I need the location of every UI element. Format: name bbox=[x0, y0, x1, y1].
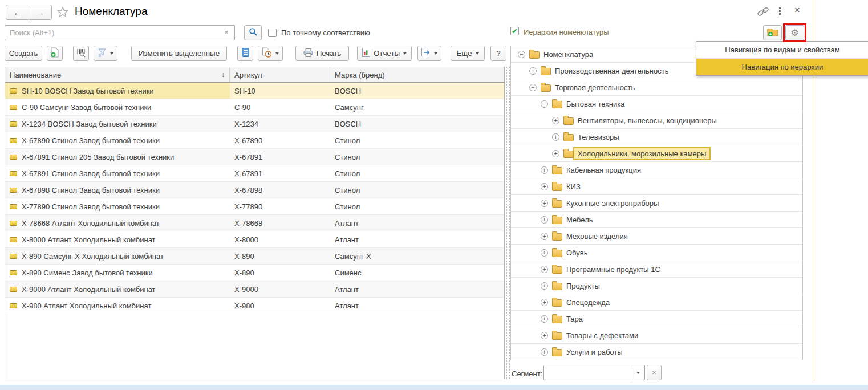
panel-splitter[interactable] bbox=[506, 67, 510, 379]
more-button[interactable]: Еще bbox=[451, 46, 485, 61]
cell-brand[interactable]: Атлант bbox=[330, 281, 504, 297]
cell-name[interactable]: Х-890 Самсунг-Х Холодильный комбинат bbox=[5, 248, 230, 264]
table-row[interactable]: Х-1234 BOSCH Завод бытовой техники Х-123… bbox=[5, 116, 504, 132]
cell-brand[interactable]: Стинол bbox=[330, 149, 504, 165]
cell-name[interactable]: Х-980 Атлант Холодильный комбинат bbox=[5, 298, 230, 314]
menu-item-navigation-by-hierarchy[interactable]: Навигация по иерархии bbox=[696, 59, 868, 75]
segment-input[interactable] bbox=[544, 365, 631, 380]
column-header-brand[interactable]: Марка (бренд) bbox=[330, 67, 504, 82]
expander-icon[interactable]: − bbox=[529, 84, 537, 91]
cell-article[interactable]: Х-1234 bbox=[230, 116, 330, 132]
print-button[interactable]: Печать bbox=[295, 46, 349, 61]
table-row[interactable]: SH-10 BOSCH Завод бытовой техники SH-10 … bbox=[5, 83, 504, 99]
hierarchy-checkbox[interactable]: ✔ bbox=[510, 27, 519, 35]
cell-brand[interactable]: Стинол bbox=[330, 132, 504, 148]
cell-name[interactable]: Х-67891 Стинол Завод бытовой техники bbox=[5, 165, 230, 181]
search-clear-icon[interactable]: × bbox=[224, 28, 229, 36]
table-row[interactable]: Х-77890 Стинол Завод бытовой техники Х-7… bbox=[5, 198, 504, 215]
expander-icon[interactable]: + bbox=[541, 348, 548, 356]
expander-icon[interactable]: + bbox=[541, 332, 548, 339]
cell-brand[interactable]: Стинол bbox=[330, 198, 504, 214]
history-button[interactable] bbox=[258, 46, 283, 61]
expander-icon[interactable]: + bbox=[552, 117, 559, 124]
cell-brand[interactable]: Атлант bbox=[330, 215, 504, 231]
cell-article[interactable]: Х-980 bbox=[230, 298, 330, 314]
table-row[interactable]: Х-890 Сименс Завод бытовой техники Х-890… bbox=[5, 265, 504, 281]
table-row[interactable]: Х-67890 Стинол Завод бытовой техники Х-6… bbox=[5, 132, 504, 149]
column-header-article[interactable]: Артикул bbox=[230, 67, 330, 82]
search-button[interactable] bbox=[244, 25, 262, 40]
window-menu-kebab-icon[interactable] bbox=[779, 7, 781, 15]
cell-name[interactable]: Х-67890 Стинол Завод бытовой техники bbox=[5, 132, 230, 148]
export-button[interactable] bbox=[417, 46, 441, 61]
tree-item[interactable]: + Товары с дефектами bbox=[511, 327, 802, 344]
expander-icon[interactable]: + bbox=[541, 249, 548, 257]
segment-clear-button[interactable]: × bbox=[647, 365, 662, 380]
cell-article[interactable]: Х-67891 bbox=[230, 165, 330, 181]
cell-article[interactable]: Х-67898 bbox=[230, 182, 330, 198]
expander-icon[interactable]: + bbox=[552, 133, 559, 141]
cell-name[interactable]: SH-10 BOSCH Завод бытовой техники bbox=[5, 83, 230, 99]
table-row[interactable]: Х-890 Самсунг-Х Холодильный комбинат Х-8… bbox=[5, 248, 504, 265]
edit-selected-button[interactable]: Изменить выделенные bbox=[131, 46, 227, 61]
expander-icon[interactable]: − bbox=[518, 51, 525, 58]
get-link-icon[interactable] bbox=[757, 7, 769, 18]
help-button[interactable]: ? bbox=[490, 46, 506, 61]
expander-icon[interactable]: + bbox=[541, 183, 548, 190]
expander-icon[interactable]: + bbox=[541, 266, 548, 273]
nav-forward-button[interactable]: → bbox=[29, 5, 52, 20]
cell-name[interactable]: Х-77890 Стинол Завод бытовой техники bbox=[5, 198, 230, 214]
cell-name[interactable]: Х-890 Сименс Завод бытовой техники bbox=[5, 265, 230, 281]
table-row[interactable]: С-90 Самсунг Завод бытовой техники С-90 … bbox=[5, 99, 504, 116]
cell-article[interactable]: Х-67891 bbox=[230, 149, 330, 165]
cell-article[interactable]: Х-9000 bbox=[230, 281, 330, 297]
create-group-button[interactable] bbox=[47, 46, 63, 61]
tree-item[interactable]: − Бытовая техника bbox=[511, 96, 802, 112]
expander-icon[interactable]: + bbox=[541, 299, 548, 306]
expander-icon[interactable]: + bbox=[529, 67, 537, 75]
table-row[interactable]: Х-67891 Стинол 205 Завод бытовой техники… bbox=[5, 149, 504, 165]
tree-item[interactable]: + Холодильники, морозильные камеры bbox=[511, 145, 802, 162]
tree-item[interactable]: + Мебель bbox=[511, 212, 802, 228]
favorite-star-icon[interactable] bbox=[56, 6, 69, 20]
create-button[interactable]: Создать bbox=[5, 46, 42, 61]
tree-item[interactable]: − Торговая деятельность bbox=[511, 79, 802, 96]
expander-icon[interactable]: + bbox=[541, 233, 548, 240]
table-row[interactable]: Х-67891 Стинол Завод бытовой техники Х-6… bbox=[5, 165, 504, 182]
cell-name[interactable]: Х-78668 Атлант Холодильный комбинат bbox=[5, 215, 230, 231]
cell-name[interactable]: Х-9000 Атлант Холодильный комбинат bbox=[5, 281, 230, 297]
expander-icon[interactable]: + bbox=[541, 315, 548, 323]
cell-brand[interactable]: Атлант bbox=[330, 298, 504, 314]
cell-name[interactable]: Х-67898 Стинол Завод бытовой техники bbox=[5, 182, 230, 198]
column-header-name[interactable]: Наименование ↓ bbox=[5, 67, 230, 82]
settings-gear-button[interactable]: ⚙ bbox=[785, 25, 804, 40]
cell-brand[interactable]: BOSCH bbox=[330, 116, 504, 132]
table-row[interactable]: Х-78668 Атлант Холодильный комбинат Х-78… bbox=[5, 215, 504, 231]
tree-item[interactable]: + Меховые изделия bbox=[511, 228, 802, 245]
tree-item[interactable]: + Обувь bbox=[511, 245, 802, 261]
expander-icon[interactable]: + bbox=[541, 282, 548, 290]
table-row[interactable]: Х-8000 Атлант Холодильный комбинат Х-800… bbox=[5, 231, 504, 248]
table-row[interactable]: Х-9000 Атлант Холодильный комбинат Х-900… bbox=[5, 281, 504, 298]
reports-button[interactable]: Отчеты bbox=[357, 46, 412, 61]
barcode-scan-button[interactable] bbox=[73, 46, 89, 61]
table-row[interactable]: Х-980 Атлант Холодильный комбинат Х-980 … bbox=[5, 298, 504, 314]
list-settings-button[interactable] bbox=[237, 46, 253, 61]
tree-item[interactable]: + КИЗ bbox=[511, 178, 802, 195]
segment-dropdown-button[interactable] bbox=[631, 365, 644, 380]
cell-article[interactable]: Х-67890 bbox=[230, 132, 330, 148]
cell-article[interactable]: Х-890 bbox=[230, 265, 330, 281]
exact-match-checkbox[interactable] bbox=[268, 29, 277, 37]
expander-icon[interactable]: + bbox=[541, 166, 548, 174]
tree-item[interactable]: + Вентиляторы, пылесосы, кондиционеры bbox=[511, 112, 802, 129]
cell-article[interactable]: Х-78668 bbox=[230, 215, 330, 231]
cell-brand[interactable]: Атлант bbox=[330, 231, 504, 247]
expander-icon[interactable]: − bbox=[541, 100, 548, 108]
search-input[interactable] bbox=[5, 25, 235, 40]
tree-item[interactable]: + Телевизоры bbox=[511, 129, 802, 145]
cell-brand[interactable]: Самсунг bbox=[330, 99, 504, 115]
cell-brand[interactable]: Самсунг-Х bbox=[330, 248, 504, 264]
filter-button[interactable] bbox=[94, 46, 117, 61]
nav-back-button[interactable]: ← bbox=[6, 5, 29, 20]
close-icon[interactable]: × bbox=[794, 5, 800, 16]
